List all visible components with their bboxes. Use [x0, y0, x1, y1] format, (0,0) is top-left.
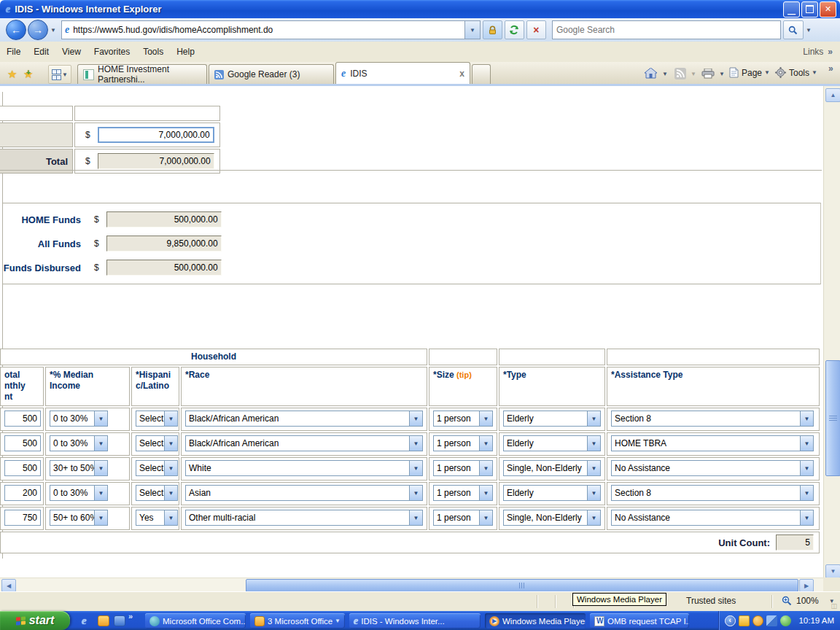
median-income-select[interactable]: 30+ to 50%▼: [50, 460, 108, 476]
tools-menu-button[interactable]: Tools ▼: [775, 67, 817, 78]
taskbar-button-word-doc[interactable]: W OMB request TCAP I...: [590, 613, 689, 629]
tray-reminder-icon[interactable]: [752, 615, 763, 626]
taskbar-button-wmp[interactable]: ▶ Windows Media Player: [485, 613, 586, 629]
rent-input[interactable]: [4, 435, 41, 451]
search-options-caret[interactable]: ▼: [804, 27, 814, 34]
tray-collapse-icon[interactable]: ‹: [725, 615, 736, 626]
scroll-left-button[interactable]: ◀: [1, 579, 16, 592]
refresh-button[interactable]: [505, 20, 524, 39]
median-income-select[interactable]: 0 to 30%▼: [50, 485, 108, 501]
assistance-select[interactable]: HOME TBRA▼: [611, 435, 814, 451]
type-select[interactable]: Elderly▼: [503, 435, 601, 451]
taskbar-button-office-group[interactable]: 3 Microsoft Office ... ▼: [250, 613, 345, 629]
menu-file[interactable]: File: [0, 44, 27, 60]
race-select[interactable]: Black/African American▼: [185, 435, 423, 451]
minimize-button[interactable]: —: [783, 1, 800, 18]
home-icon[interactable]: [645, 68, 657, 82]
rent-input[interactable]: [4, 460, 41, 476]
race-select[interactable]: Other multi-racial▼: [185, 510, 423, 526]
new-tab-stub[interactable]: [472, 64, 491, 84]
quicklaunch-chevron-icon[interactable]: »: [128, 612, 133, 621]
type-select[interactable]: Elderly▼: [503, 485, 601, 501]
print-icon[interactable]: [701, 69, 715, 82]
assistance-select[interactable]: No Assistance▼: [611, 460, 814, 476]
race-select[interactable]: Asian▼: [185, 485, 423, 501]
size-select[interactable]: 1 person▼: [433, 435, 493, 451]
quicklaunch-desktop-icon[interactable]: [114, 615, 125, 626]
hispanic-select[interactable]: Select▼: [136, 460, 178, 476]
tab-close-icon[interactable]: x: [459, 69, 464, 79]
add-favorite-icon[interactable]: ★+: [23, 68, 33, 81]
assistance-select[interactable]: Section 8▼: [611, 485, 814, 501]
taskbar-button-office-communicator[interactable]: Microsoft Office Com...: [145, 613, 246, 629]
median-income-select[interactable]: 0 to 30%▼: [50, 435, 108, 451]
size-tip-link[interactable]: (tip): [456, 370, 472, 379]
amount-input[interactable]: [98, 127, 214, 143]
hispanic-select[interactable]: Select▼: [136, 411, 178, 427]
scroll-up-button[interactable]: ▲: [825, 88, 840, 102]
hispanic-select[interactable]: Select▼: [136, 435, 178, 451]
print-caret[interactable]: ▼: [719, 71, 725, 77]
vertical-scroll-thumb[interactable]: [825, 360, 840, 476]
back-button[interactable]: ←: [6, 20, 26, 40]
assistance-select[interactable]: Section 8▼: [611, 411, 814, 427]
rent-input[interactable]: [4, 510, 41, 526]
quicklaunch-ie-icon[interactable]: e: [82, 615, 87, 627]
median-income-select[interactable]: 0 to 30%▼: [50, 411, 108, 427]
tray-network-icon[interactable]: [766, 615, 777, 626]
taskbar-button-idis[interactable]: e IDIS - Windows Inter...: [349, 613, 481, 629]
tray-messenger-icon[interactable]: [780, 615, 791, 626]
menu-edit[interactable]: Edit: [27, 44, 55, 60]
hispanic-select[interactable]: Yes▼: [136, 510, 178, 526]
tray-mail-icon[interactable]: [739, 615, 750, 626]
security-lock-icon[interactable]: [483, 20, 502, 39]
horizontal-scrollbar[interactable]: ◀ ▶: [0, 578, 823, 592]
quick-tabs-button[interactable]: ▼: [48, 65, 71, 84]
recent-pages-caret[interactable]: ▼: [48, 27, 58, 34]
race-select[interactable]: White▼: [185, 460, 423, 476]
assistance-select[interactable]: No Assistance▼: [611, 510, 814, 526]
links-chevron-icon[interactable]: »: [828, 47, 833, 57]
scroll-right-button[interactable]: ▶: [799, 579, 814, 592]
home-caret[interactable]: ▼: [662, 71, 668, 77]
stop-button[interactable]: ×: [526, 20, 546, 39]
search-input[interactable]: [553, 25, 780, 35]
search-go-button[interactable]: [783, 20, 804, 39]
hispanic-select[interactable]: Select▼: [136, 485, 178, 501]
resize-grip[interactable]: ◫: [831, 602, 838, 610]
tab-idis[interactable]: e IDIS x: [335, 62, 470, 84]
size-select[interactable]: 1 person▼: [433, 510, 493, 526]
tab-home-investment[interactable]: HOME Investment Partnershi...: [77, 64, 207, 84]
type-select[interactable]: Single, Non-Elderly▼: [503, 460, 601, 476]
links-label[interactable]: Links: [803, 47, 823, 57]
close-button[interactable]: ✕: [820, 1, 836, 18]
rent-input[interactable]: [4, 411, 41, 427]
size-select[interactable]: 1 person▼: [433, 485, 493, 501]
vertical-scrollbar[interactable]: ▲ ▼: [823, 86, 840, 578]
quicklaunch-outlook-icon[interactable]: [98, 615, 109, 626]
address-input[interactable]: e https://www5.hud.gov/idis/homeAccompli…: [61, 20, 465, 39]
rent-input[interactable]: [4, 485, 41, 501]
toolbar-chevron-icon[interactable]: »: [828, 63, 833, 74]
start-button[interactable]: start: [0, 611, 70, 630]
size-select[interactable]: 1 person▼: [433, 460, 493, 476]
zoom-control[interactable]: 100% ▼: [782, 596, 835, 606]
menu-favorites[interactable]: Favorites: [88, 44, 136, 60]
forward-button[interactable]: →: [28, 20, 48, 40]
menu-view[interactable]: View: [55, 44, 88, 60]
size-select[interactable]: 1 person▼: [433, 411, 493, 427]
restore-button[interactable]: [801, 1, 818, 18]
type-select[interactable]: Single, Non-Elderly▼: [503, 510, 601, 526]
median-income-select[interactable]: 50+ to 60%▼: [50, 510, 108, 526]
race-select[interactable]: Black/African American▼: [185, 411, 423, 427]
menu-help[interactable]: Help: [170, 44, 201, 60]
tab-google-reader[interactable]: Google Reader (3): [209, 64, 334, 84]
page-menu-button[interactable]: Page ▼: [729, 67, 770, 78]
type-select[interactable]: Elderly▼: [503, 411, 601, 427]
scroll-down-button[interactable]: ▼: [825, 564, 840, 578]
favorites-star-icon[interactable]: ★: [7, 68, 17, 81]
menu-tools[interactable]: Tools: [136, 44, 170, 60]
horizontal-scroll-thumb[interactable]: [246, 579, 798, 592]
address-dropdown-caret[interactable]: ▼: [465, 20, 481, 39]
feeds-icon[interactable]: [674, 68, 686, 82]
